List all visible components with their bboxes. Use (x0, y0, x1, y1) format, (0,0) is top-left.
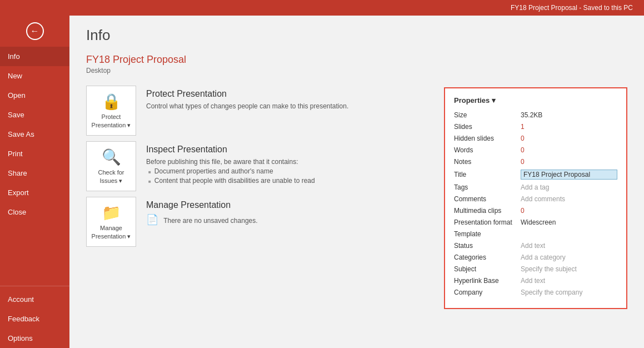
prop-value[interactable]: Add a category (521, 253, 617, 261)
prop-label: Comments (454, 195, 521, 203)
sidebar-item-close[interactable]: Close (0, 202, 69, 222)
check-card-content: Inspect Presentation Before publishing t… (146, 141, 315, 185)
prop-value: 0 (521, 146, 617, 154)
protect-card: 🔒 ProtectPresentation ▾ Protect Presenta… (86, 86, 433, 136)
inspect-icon: 🔍 (102, 148, 121, 166)
protect-heading: Protect Presentation (146, 89, 348, 99)
list-item: Document properties and author's name (148, 167, 315, 175)
prop-label: Title (454, 171, 521, 178)
unsaved-text: There are no unsaved changes. (163, 217, 257, 225)
check-desc: Before publishing this file, be aware th… (146, 158, 315, 185)
manage-icon: 📁 (102, 203, 121, 222)
check-card: 🔍 Check forIssues ▾ Inspect Presentation… (86, 141, 433, 191)
back-button[interactable]: ← (0, 16, 69, 47)
property-row: CommentsAdd comments (454, 195, 617, 203)
sidebar-bottom: Account Feedback Options (0, 282, 69, 348)
prop-label: Company (454, 289, 521, 296)
prop-label: Hyperlink Base (454, 277, 521, 285)
prop-label: Categories (454, 253, 521, 261)
property-row: Size35.2KB (454, 111, 617, 119)
sidebar-item-feedback[interactable]: Feedback (0, 309, 69, 329)
property-row: Multimedia clips0 (454, 207, 617, 215)
protect-icon-label: ProtectPresentation ▾ (92, 113, 131, 129)
sidebar-divider (0, 286, 69, 286)
prop-value[interactable]: Specify the company (521, 289, 617, 296)
top-bar: FY18 Project Proposal - Saved to this PC (0, 0, 644, 16)
property-row: TagsAdd a tag (454, 183, 617, 191)
prop-value[interactable]: Add text (521, 242, 617, 250)
back-circle-icon: ← (26, 22, 44, 40)
prop-value: Widescreen (521, 218, 617, 226)
protect-card-content: Protect Presentation Control what types … (146, 86, 348, 110)
prop-value: 1 (521, 123, 617, 131)
prop-label: Presentation format (454, 218, 521, 226)
file-title: FY18 Project Proposal (86, 54, 433, 66)
prop-value: 0 (521, 158, 617, 166)
property-row: Hidden slides0 (454, 135, 617, 142)
manage-card: 📁 ManagePresentation ▾ Manage Presentati… (86, 197, 433, 247)
sidebar-item-options[interactable]: Options (0, 329, 69, 348)
check-icon-label: Check forIssues ▾ (98, 168, 124, 185)
check-icon-button[interactable]: 🔍 Check forIssues ▾ (86, 141, 136, 191)
sidebar-item-save[interactable]: Save (0, 105, 69, 125)
manage-desc: 📄 There are no unsaved changes. (146, 213, 258, 226)
prop-label: Multimedia clips (454, 207, 521, 215)
property-row: Notes0 (454, 158, 617, 166)
sidebar-item-print[interactable]: Print (0, 144, 69, 163)
sidebar-item-new[interactable]: New (0, 66, 69, 86)
prop-label: Slides (454, 123, 521, 131)
property-row: StatusAdd text (454, 242, 617, 250)
unsaved-icon: 📄 (146, 214, 158, 225)
protect-icon-button[interactable]: 🔒 ProtectPresentation ▾ (86, 86, 136, 136)
props-container: Size35.2KBSlides1Hidden slides0Words0Not… (454, 111, 617, 296)
property-row: Presentation formatWidescreen (454, 218, 617, 226)
file-location: Desktop (86, 67, 433, 74)
property-row: CategoriesAdd a category (454, 253, 617, 261)
prop-label: Words (454, 146, 521, 154)
prop-label: Template (454, 230, 521, 238)
prop-label: Hidden slides (454, 135, 521, 142)
property-row: CompanySpecify the company (454, 289, 617, 296)
prop-label: Size (454, 111, 521, 119)
protect-desc: Control what types of changes people can… (146, 102, 348, 110)
prop-value[interactable]: Add comments (521, 195, 617, 203)
prop-value: 0 (521, 207, 617, 215)
property-row: Slides1 (454, 123, 617, 131)
sidebar-item-info[interactable]: Info (0, 47, 69, 66)
sidebar-item-share[interactable]: Share (0, 163, 69, 183)
manage-icon-button[interactable]: 📁 ManagePresentation ▾ (86, 197, 136, 247)
sidebar: ← Info New Open Save Save As Print Share… (0, 16, 69, 348)
properties-title[interactable]: Properties ▾ (454, 96, 617, 105)
properties-panel: Properties ▾ Size35.2KBSlides1Hidden sli… (444, 87, 627, 309)
sidebar-item-save-as[interactable]: Save As (0, 125, 69, 144)
sidebar-item-open[interactable]: Open (0, 86, 69, 105)
prop-value[interactable]: FY18 Project Proposal (521, 170, 617, 180)
check-list: Document properties and author's name Co… (146, 167, 315, 185)
property-row: Words0 (454, 146, 617, 154)
prop-value[interactable]: Specify the subject (521, 265, 617, 273)
sidebar-item-account[interactable]: Account (0, 290, 69, 309)
prop-value[interactable]: Add a tag (521, 183, 617, 191)
lock-icon: 🔒 (102, 92, 121, 111)
page-title: Info (86, 27, 627, 44)
manage-card-content: Manage Presentation 📄 There are no unsav… (146, 197, 258, 226)
prop-label: Status (454, 242, 521, 250)
property-row: Template (454, 230, 617, 238)
prop-label: Tags (454, 183, 521, 191)
manage-heading: Manage Presentation (146, 200, 258, 210)
prop-value: 0 (521, 135, 617, 142)
property-row: Hyperlink BaseAdd text (454, 277, 617, 285)
main-area: ← Info New Open Save Save As Print Share… (0, 16, 644, 348)
prop-value: 35.2KB (521, 111, 617, 119)
content-area: Info FY18 Project Proposal Desktop 🔒 Pro… (69, 16, 644, 348)
list-item: Content that people with disabilities ar… (148, 177, 315, 185)
property-row: TitleFY18 Project Proposal (454, 170, 617, 180)
prop-label: Notes (454, 158, 521, 166)
manage-icon-label: ManagePresentation ▾ (92, 224, 131, 240)
prop-label: Subject (454, 265, 521, 273)
prop-value[interactable]: Add text (521, 277, 617, 285)
top-bar-title: FY18 Project Proposal - Saved to this PC (511, 4, 633, 12)
sidebar-item-export[interactable]: Export (0, 183, 69, 202)
left-content: FY18 Project Proposal Desktop 🔒 ProtectP… (86, 54, 433, 252)
property-row: SubjectSpecify the subject (454, 265, 617, 273)
